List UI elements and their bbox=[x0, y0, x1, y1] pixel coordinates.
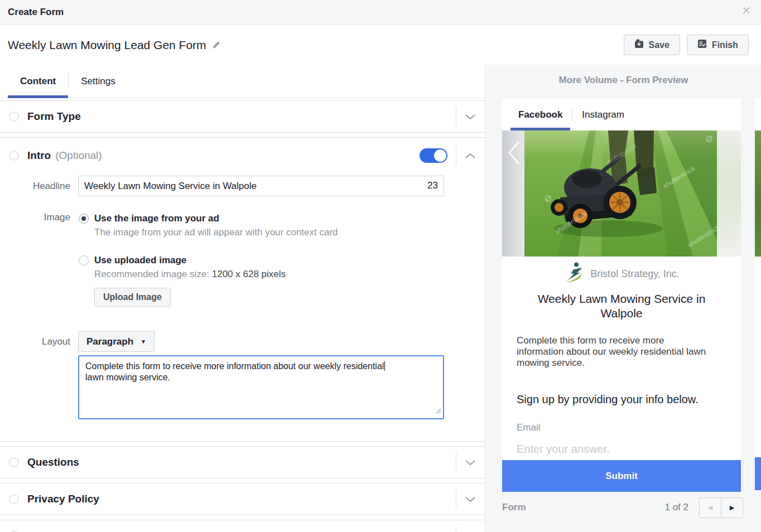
next-card-image-edge bbox=[755, 130, 761, 257]
upload-image-button[interactable]: Upload Image bbox=[94, 288, 171, 307]
next-card-body-edge bbox=[755, 257, 761, 457]
section-thank-you-header[interactable]: Thank You Screen bbox=[0, 520, 485, 532]
section-privacy-header[interactable]: Privacy Policy bbox=[0, 483, 485, 515]
form-name-title: Weekly Lawn Mowing Lead Gen Form bbox=[8, 38, 206, 52]
section-questions-header[interactable]: Questions bbox=[0, 447, 485, 478]
save-button[interactable]: Save bbox=[624, 35, 680, 55]
save-label: Save bbox=[649, 40, 670, 50]
preview-email-placeholder[interactable]: Enter your answer. bbox=[517, 443, 726, 456]
tab-facebook[interactable]: Facebook bbox=[510, 99, 570, 130]
section-form-type-title: Form Type bbox=[27, 110, 81, 123]
tab-content-label: Content bbox=[20, 76, 56, 87]
active-tab-underline bbox=[8, 95, 68, 98]
finish-button[interactable]: Finish bbox=[687, 35, 749, 55]
carousel-left-edge bbox=[502, 130, 524, 257]
preview-footer-label: Form bbox=[502, 502, 526, 513]
next-page-button[interactable]: ▶ bbox=[721, 497, 743, 518]
section-intro-optional: (Optional) bbox=[55, 149, 102, 162]
save-icon bbox=[634, 39, 644, 51]
image-label: Image bbox=[0, 212, 78, 223]
section-privacy: Privacy Policy bbox=[0, 483, 485, 515]
form-preview-panel: More Volume - Form Preview Facebook Inst… bbox=[486, 65, 761, 532]
brand-row: Bristol Strategy, Inc. bbox=[517, 263, 726, 285]
preview-image-area: shutterstock shutterstock shutterstock s… bbox=[502, 130, 741, 257]
preview-footer: Form 1 of 2 ◀ ▶ bbox=[502, 496, 743, 519]
intro-description-textarea[interactable]: Complete this form to receive more infor… bbox=[78, 355, 444, 419]
preview-card-body: Bristol Strategy, Inc. Weekly Lawn Mowin… bbox=[502, 263, 741, 460]
resize-handle-icon[interactable] bbox=[435, 405, 441, 417]
divider bbox=[456, 107, 456, 126]
layout-label: Layout bbox=[0, 336, 78, 347]
section-thank-you: Thank You Screen bbox=[0, 520, 485, 532]
preview-platform-tabs: Facebook Instagram bbox=[502, 99, 741, 130]
preview-panel-title: More Volume - Form Preview bbox=[486, 75, 761, 86]
next-card-tabs-edge bbox=[755, 99, 761, 130]
carousel-prev-icon[interactable] bbox=[507, 140, 521, 168]
step-circle-icon bbox=[9, 494, 19, 504]
modal-header: Create Form ✕ bbox=[0, 0, 761, 25]
section-intro-body: Headline 23 Image Use the imag bbox=[0, 176, 485, 441]
intro-toggle-on[interactable] bbox=[420, 148, 447, 163]
layout-selected-value: Paragraph bbox=[86, 336, 133, 347]
section-form-type-header[interactable]: Form Type bbox=[0, 101, 485, 132]
image-option-ad: Use the image from your ad The image fro… bbox=[78, 212, 338, 239]
ad-image-lawn-mower: shutterstock shutterstock shutterstock s… bbox=[524, 130, 717, 257]
tab-content[interactable]: Content bbox=[8, 65, 68, 98]
preview-submit-button[interactable]: Submit bbox=[502, 460, 741, 492]
chevron-down-icon[interactable] bbox=[465, 114, 476, 120]
preview-signup-prompt: Sign up by providing your info below. bbox=[517, 393, 726, 406]
step-circle-icon bbox=[9, 112, 19, 122]
section-intro-header[interactable]: Intro (Optional) bbox=[0, 138, 485, 173]
option-upload-subtitle: Recommended image size: 1200 x 628 pixel… bbox=[94, 268, 286, 281]
tab-divider bbox=[572, 107, 572, 122]
finish-label: Finish bbox=[712, 40, 738, 50]
preview-card: Facebook Instagram bbox=[502, 99, 741, 492]
preview-headline: Weekly Lawn Mowing Service in Walpole bbox=[529, 292, 714, 321]
create-form-modal: Create Form ✕ Weekly Lawn Mowing Lead Ge… bbox=[0, 0, 761, 532]
tab-settings[interactable]: Settings bbox=[69, 65, 127, 98]
recommended-size-value: 1200 x 628 pixels bbox=[212, 269, 286, 279]
close-icon[interactable]: ✕ bbox=[741, 5, 751, 16]
divider bbox=[456, 453, 456, 472]
tab-instagram-label: Instagram bbox=[582, 109, 624, 120]
description-line1: Complete this form to receive more infor… bbox=[85, 361, 384, 371]
image-field-row: Image Use the image from your ad The ima… bbox=[0, 212, 485, 307]
title-bar: Weekly Lawn Mowing Lead Gen Form Save Fi… bbox=[0, 25, 761, 65]
layout-field-row: Layout Paragraph ▼ bbox=[0, 331, 485, 352]
divider bbox=[456, 490, 456, 509]
section-questions: Questions bbox=[0, 446, 485, 478]
headline-label: Headline bbox=[0, 181, 78, 192]
description-field-row: Complete this form to receive more infor… bbox=[0, 355, 485, 419]
headline-field-row: Headline 23 bbox=[0, 176, 485, 196]
section-questions-title: Questions bbox=[27, 456, 79, 468]
section-thank-you-title: Thank You Screen bbox=[27, 530, 119, 532]
edit-pencil-icon[interactable] bbox=[212, 41, 220, 49]
radio-unselected-icon[interactable] bbox=[79, 255, 89, 265]
step-circle-icon bbox=[9, 151, 19, 161]
brand-logo-icon bbox=[563, 262, 585, 286]
next-card-sliver bbox=[755, 99, 761, 490]
prev-page-button[interactable]: ◀ bbox=[699, 497, 721, 518]
step-circle-icon bbox=[9, 457, 19, 467]
chevron-up-icon[interactable] bbox=[465, 153, 476, 159]
modal-title: Create Form bbox=[8, 7, 64, 18]
preview-email-label: Email bbox=[517, 422, 726, 433]
radio-selected-icon[interactable] bbox=[79, 214, 89, 224]
carousel-right-fade bbox=[717, 130, 741, 257]
headline-input[interactable] bbox=[78, 176, 444, 196]
section-intro: Intro (Optional) Headline bbox=[0, 137, 485, 442]
brand-name: Bristol Strategy, Inc. bbox=[590, 268, 680, 280]
submit-label: Submit bbox=[605, 471, 638, 482]
tab-settings-label: Settings bbox=[81, 76, 115, 87]
preview-description: Complete this form to receive more infor… bbox=[517, 335, 713, 369]
sections-list: Form Type Intro (Optional) bbox=[0, 98, 485, 532]
tab-facebook-label: Facebook bbox=[518, 109, 562, 120]
tab-instagram[interactable]: Instagram bbox=[574, 99, 632, 130]
chevron-down-icon[interactable] bbox=[465, 496, 476, 502]
option-upload-title: Use uploaded image bbox=[94, 254, 286, 267]
description-line2: lawn mowing service. bbox=[85, 372, 437, 383]
caret-down-icon: ▼ bbox=[141, 338, 146, 345]
section-form-type: Form Type bbox=[0, 100, 485, 133]
layout-dropdown[interactable]: Paragraph ▼ bbox=[78, 331, 155, 352]
chevron-down-icon[interactable] bbox=[465, 460, 476, 466]
